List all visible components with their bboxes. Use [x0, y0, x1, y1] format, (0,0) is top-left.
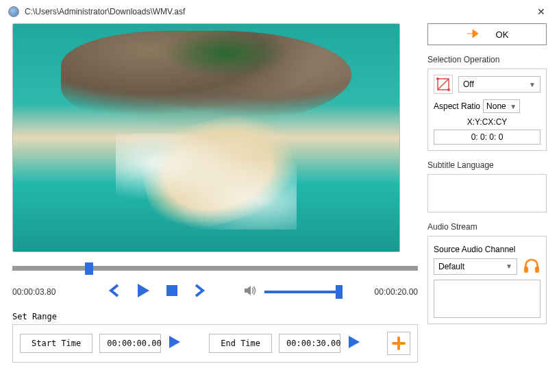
ok-label: OK: [496, 29, 509, 40]
svg-point-4: [447, 88, 450, 91]
volume-icon[interactable]: [244, 284, 258, 299]
audio-channel-value: Default: [438, 262, 464, 271]
seek-slider[interactable]: [12, 263, 418, 273]
chevron-down-icon: ▼: [529, 81, 536, 88]
chevron-down-icon: ▼: [506, 262, 512, 270]
audio-channel-dropdown[interactable]: Default ▼: [434, 258, 517, 275]
arrow-right-icon: [466, 28, 480, 41]
subtitle-title: Subtitle Language: [427, 160, 547, 170]
start-time-field[interactable]: 00:00:00.00: [99, 334, 161, 353]
next-frame-button[interactable]: [193, 282, 206, 301]
svg-line-2: [438, 79, 449, 90]
prev-frame-button[interactable]: [108, 282, 121, 301]
svg-rect-6: [535, 267, 539, 273]
svg-rect-5: [524, 267, 528, 273]
app-icon: [8, 6, 19, 17]
total-time: 00:00:20.00: [375, 287, 418, 297]
aspect-ratio-dropdown[interactable]: None ▼: [483, 99, 520, 113]
end-time-field[interactable]: 00:00:30.00: [279, 334, 340, 353]
volume-slider[interactable]: [264, 291, 340, 293]
xy-field[interactable]: 0: 0: 0: 0: [434, 130, 541, 145]
svg-point-3: [436, 77, 439, 80]
selection-mode-dropdown[interactable]: Off ▼: [458, 76, 541, 93]
ok-button[interactable]: OK: [427, 23, 547, 45]
video-preview[interactable]: [12, 23, 400, 252]
audio-title: Audio Stream: [427, 222, 547, 232]
svg-rect-0: [166, 285, 177, 296]
stop-button[interactable]: [166, 284, 178, 299]
selection-title: Selection Operation: [427, 55, 547, 64]
window-title: C:\Users\Administrator\Downloads\WMV.asf: [25, 7, 532, 16]
add-range-button[interactable]: [387, 332, 410, 355]
aspect-ratio-label: Aspect Ratio: [434, 101, 480, 111]
current-time: 00:00:03.80: [12, 287, 108, 297]
subtitle-list[interactable]: [427, 174, 547, 212]
selection-mode-value: Off: [463, 79, 474, 89]
aspect-ratio-value: None: [486, 101, 506, 111]
audio-channel-label: Source Audio Channel: [434, 245, 541, 254]
end-play-button[interactable]: [347, 334, 361, 352]
crop-icon[interactable]: [434, 75, 453, 94]
close-icon[interactable]: ✕: [532, 3, 551, 20]
headphone-icon[interactable]: [523, 257, 541, 275]
end-time-button[interactable]: End Time: [209, 334, 272, 353]
start-play-button[interactable]: [168, 334, 182, 352]
audio-stream-list[interactable]: [434, 280, 541, 318]
set-range-label: Set Range: [12, 312, 418, 321]
start-time-button[interactable]: Start Time: [20, 334, 92, 353]
chevron-down-icon: ▼: [510, 103, 517, 110]
play-button[interactable]: [136, 282, 151, 301]
xy-label: X:Y:CX:CY: [434, 117, 541, 127]
